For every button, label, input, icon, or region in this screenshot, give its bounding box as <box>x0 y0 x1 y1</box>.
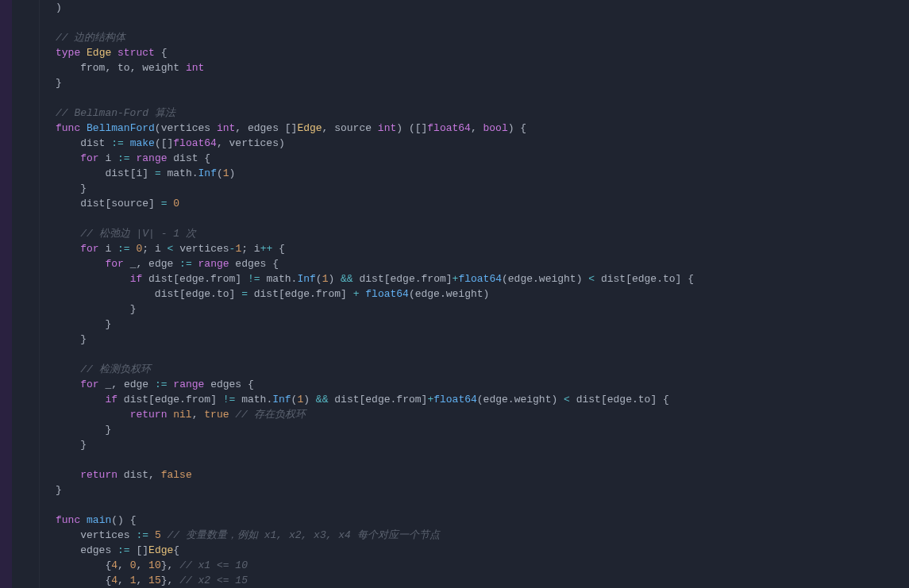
token-indent <box>56 228 80 240</box>
token-op: = <box>161 198 168 209</box>
code-line[interactable]: func main() { <box>56 513 893 528</box>
code-line[interactable]: vertices := 5 // 变量数量，例如 x1, x2, x3, x4 … <box>56 528 893 543</box>
token-punc: ) <box>56 2 62 13</box>
token-punc: { <box>161 47 168 59</box>
code-editor[interactable]: ) // 边的结构体type Edge struct { from, to, w… <box>0 0 909 588</box>
token-punc: { <box>248 379 254 390</box>
code-line[interactable]: // 检测负权环 <box>56 362 893 377</box>
token-ident: from <box>396 394 421 405</box>
code-line[interactable]: type Edge struct { <box>56 45 893 60</box>
token-punc: [] <box>136 544 148 556</box>
token-num: 5 <box>155 529 161 541</box>
token-punc: ; <box>241 243 248 255</box>
token-op: := <box>155 379 168 390</box>
token-sp <box>148 167 155 179</box>
code-line[interactable]: for i := 0; i < vertices-1; i++ { <box>56 241 893 256</box>
token-struct: Edge <box>297 122 322 134</box>
token-punc: () <box>111 514 124 526</box>
token-sp <box>80 514 87 526</box>
token-punc: } <box>105 424 111 436</box>
code-line[interactable]: for _, edge := range edges { <box>56 256 893 271</box>
token-sp <box>223 137 229 149</box>
code-line[interactable]: for i := range dist { <box>56 151 893 166</box>
code-line[interactable]: return dist, false <box>56 467 893 482</box>
token-punc: } <box>56 77 62 89</box>
token-punc: [ <box>626 273 632 285</box>
code-line[interactable]: dist[source] = 0 <box>56 196 893 211</box>
token-type: int <box>186 62 204 74</box>
token-indent <box>56 137 80 149</box>
token-comment: // 松弛边 |V| - 1 次 <box>80 228 196 240</box>
token-indent <box>56 575 105 586</box>
token-punc: , <box>235 122 241 134</box>
code-line[interactable]: // 松弛边 |V| - 1 次 <box>56 226 893 241</box>
code-line[interactable]: } <box>56 332 893 347</box>
code-line[interactable]: } <box>56 75 893 90</box>
code-line[interactable] <box>56 347 893 362</box>
token-sp <box>179 62 186 74</box>
token-num: 1 <box>223 167 229 179</box>
token-op: = <box>241 288 248 300</box>
token-ident: edge <box>155 394 179 405</box>
token-func: float64 <box>458 273 502 285</box>
token-ident: from <box>422 273 446 285</box>
token-comment: // x2 <= 15 <box>179 575 248 586</box>
token-sp <box>310 394 316 405</box>
token-punc: . <box>440 288 446 300</box>
code-line[interactable] <box>56 452 893 467</box>
token-sp <box>272 243 279 255</box>
code-line[interactable]: for _, edge := range edges { <box>56 377 893 392</box>
token-punc: ( <box>316 273 322 285</box>
code-line[interactable] <box>56 211 893 226</box>
code-line[interactable]: dist := make([]float64, vertices) <box>56 136 893 151</box>
token-sp <box>595 273 601 285</box>
code-line[interactable]: return nil, true // 存在负权环 <box>56 407 893 422</box>
code-line[interactable]: } <box>56 302 893 317</box>
token-sp <box>657 394 663 405</box>
token-op: := <box>136 529 148 541</box>
code-line[interactable]: {4, 1, 15}, // x2 <= 15 <box>56 573 893 588</box>
code-line[interactable]: } <box>56 437 893 452</box>
token-indent <box>56 529 80 541</box>
code-area[interactable]: ) // 边的结构体type Edge struct { from, to, w… <box>40 0 909 588</box>
token-indent <box>56 303 130 315</box>
code-line[interactable]: dist[i] = math.Inf(1) <box>56 166 893 181</box>
code-line[interactable]: } <box>56 181 893 196</box>
token-punc: } <box>105 318 111 330</box>
token-sp <box>248 243 254 255</box>
token-keyword: for <box>80 379 98 390</box>
token-keyword: for <box>80 152 98 164</box>
token-punc: { <box>663 394 669 405</box>
code-line[interactable]: } <box>56 422 893 437</box>
code-line[interactable]: from, to, weight int <box>56 60 893 75</box>
code-line[interactable] <box>56 15 893 30</box>
code-line[interactable]: if dist[edge.from] != math.Inf(1) && dis… <box>56 271 893 286</box>
code-line[interactable]: } <box>56 317 893 332</box>
token-ident: dist <box>124 394 148 405</box>
code-line[interactable]: ) <box>56 0 893 15</box>
code-line[interactable]: // Bellman-Ford 算法 <box>56 106 893 121</box>
code-line[interactable]: func BellmanFord(vertices int, edges []E… <box>56 121 893 136</box>
token-sp <box>161 243 168 255</box>
code-line[interactable] <box>56 90 893 106</box>
token-sp <box>148 243 155 255</box>
token-indent <box>56 469 80 481</box>
token-punc: [ <box>179 288 186 300</box>
code-line[interactable]: dist[edge.to] = dist[edge.from] + float6… <box>56 286 893 302</box>
token-sp <box>241 122 248 134</box>
code-line[interactable]: if dist[edge.from] != math.Inf(1) && dis… <box>56 392 893 407</box>
code-line[interactable]: edges := []Edge{ <box>56 543 893 558</box>
token-ident: vertices <box>229 137 279 149</box>
token-punc: , <box>217 137 223 149</box>
code-line[interactable]: // 边的结构体 <box>56 30 893 45</box>
code-line[interactable]: } <box>56 482 893 498</box>
token-sp <box>279 122 285 134</box>
code-line[interactable] <box>56 498 893 513</box>
code-line[interactable]: {4, 0, 10}, // x1 <= 10 <box>56 558 893 573</box>
token-sp <box>124 258 130 270</box>
token-sp <box>217 394 223 405</box>
token-sp <box>80 122 87 134</box>
token-ident: source <box>334 122 372 134</box>
token-func: Inf <box>297 273 315 285</box>
token-type: bool <box>483 122 508 134</box>
